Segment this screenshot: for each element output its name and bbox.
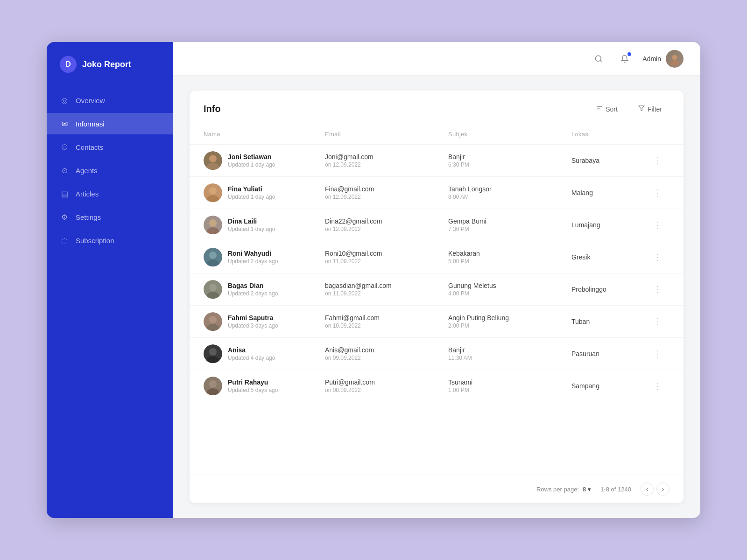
more-button-2[interactable]: ⋮ bbox=[650, 218, 666, 232]
rpp-value: 8 bbox=[583, 486, 586, 493]
svg-line-1 bbox=[600, 60, 602, 62]
cell-email-1: Fina@gmail.com on 12.09.2022 bbox=[325, 185, 448, 200]
cell-name-3: Roni Wahyudi Updated 2 days ago bbox=[204, 248, 325, 266]
row-avatar-1 bbox=[204, 183, 222, 202]
username-label: Admin bbox=[642, 55, 661, 63]
search-icon[interactable] bbox=[590, 50, 607, 67]
row-email-0: Joni@gmail.com bbox=[325, 153, 448, 161]
cell-lokasi-4: Probolinggo bbox=[571, 286, 646, 293]
row-email-date-4: on 11.09.2022 bbox=[325, 290, 448, 297]
filter-button[interactable]: Filter bbox=[631, 102, 669, 116]
more-button-5[interactable]: ⋮ bbox=[650, 315, 666, 329]
svg-point-18 bbox=[209, 252, 217, 259]
row-name-3: Roni Wahyudi bbox=[228, 250, 278, 257]
row-subjek-1: Tanah Longsor bbox=[448, 185, 571, 193]
name-block-7: Putri Rahayu Updated 5 days ago bbox=[228, 378, 278, 393]
row-time-1: 8:00 AM bbox=[448, 194, 571, 200]
info-card: Info Sort bbox=[190, 91, 684, 503]
row-subjek-4: Gunung Meletus bbox=[448, 282, 571, 289]
name-block-4: Bagas Dian Updated 2 days ago bbox=[228, 282, 278, 297]
cell-more-7: ⋮ bbox=[646, 379, 669, 393]
more-button-1[interactable]: ⋮ bbox=[650, 186, 666, 200]
card-title: Info bbox=[204, 104, 221, 114]
cell-lokasi-6: Pasuruan bbox=[571, 350, 646, 357]
sidebar-item-label-agents: Agents bbox=[76, 167, 98, 175]
cell-email-2: Dina22@gmail.com on 12.09.2022 bbox=[325, 217, 448, 232]
table-row[interactable]: Dina Laili Updated 1 day ago Dina22@gmai… bbox=[190, 209, 684, 241]
col-lokasi: Lokasi bbox=[571, 131, 646, 138]
row-email-7: Putri@gmail.com bbox=[325, 378, 448, 386]
table-row[interactable]: Joni Setiawan Updated 1 day ago Joni@gma… bbox=[190, 144, 684, 176]
row-subjek-5: Angin Puting Beliung bbox=[448, 314, 571, 322]
row-subjek-3: Kebakaran bbox=[448, 250, 571, 257]
sidebar-item-label-settings: Settings bbox=[76, 213, 101, 221]
logo-icon: D bbox=[60, 56, 77, 73]
row-time-7: 1:00 PM bbox=[448, 387, 571, 393]
pagination-info: 1-8 of 1240 bbox=[600, 486, 631, 493]
logo-text: Joko Report bbox=[82, 60, 131, 70]
rows-per-page-label: Rows per page: bbox=[536, 486, 579, 493]
table-row[interactable]: Fina Yuliati Updated 1 day ago Fina@gmai… bbox=[190, 176, 684, 209]
more-button-3[interactable]: ⋮ bbox=[650, 250, 666, 264]
cell-more-5: ⋮ bbox=[646, 315, 669, 329]
articles-icon: ▤ bbox=[60, 189, 69, 198]
informasi-icon: ✉ bbox=[60, 119, 69, 128]
sidebar-item-contacts[interactable]: ⚇ Contacts bbox=[47, 136, 173, 158]
more-button-0[interactable]: ⋮ bbox=[650, 154, 666, 168]
svg-point-21 bbox=[209, 284, 217, 291]
row-name-7: Putri Rahayu bbox=[228, 378, 278, 386]
row-updated-7: Updated 5 days ago bbox=[228, 387, 278, 393]
sidebar-item-overview[interactable]: ◎ Overview bbox=[47, 90, 173, 111]
svg-point-3 bbox=[670, 60, 679, 65]
prev-page-button[interactable]: ‹ bbox=[641, 483, 654, 496]
col-actions bbox=[646, 131, 669, 138]
more-button-7[interactable]: ⋮ bbox=[650, 379, 666, 393]
sidebar-item-informasi[interactable]: ✉ Informasi bbox=[47, 113, 173, 134]
cell-email-5: Fahmi@gmail.com on 10.09.2022 bbox=[325, 314, 448, 329]
notification-icon[interactable] bbox=[616, 50, 633, 67]
filter-label: Filter bbox=[648, 105, 662, 113]
row-email-5: Fahmi@gmail.com bbox=[325, 314, 448, 322]
cell-subjek-0: Banjir 6:30 PM bbox=[448, 153, 571, 168]
sidebar-item-articles[interactable]: ▤ Articles bbox=[47, 183, 173, 204]
svg-point-27 bbox=[209, 348, 217, 356]
cell-subjek-4: Gunung Meletus 4:00 PM bbox=[448, 282, 571, 297]
next-page-button[interactable]: › bbox=[656, 483, 669, 496]
table-row[interactable]: Anisa Updated 4 day ago Anis@gmail.com o… bbox=[190, 337, 684, 370]
cell-subjek-7: Tsunami 1:00 PM bbox=[448, 378, 571, 393]
sort-button[interactable]: Sort bbox=[589, 102, 625, 116]
sort-icon bbox=[596, 105, 603, 113]
user-menu[interactable]: Admin bbox=[642, 50, 684, 68]
table-row[interactable]: Putri Rahayu Updated 5 days ago Putri@gm… bbox=[190, 370, 684, 402]
more-button-6[interactable]: ⋮ bbox=[650, 347, 666, 361]
row-email-4: bagasdian@gmail.com bbox=[325, 282, 448, 289]
col-nama: Nama bbox=[204, 131, 325, 138]
cell-lokasi-5: Tuban bbox=[571, 318, 646, 325]
cell-lokasi-3: Gresik bbox=[571, 253, 646, 261]
row-avatar-7 bbox=[204, 377, 222, 395]
svg-point-9 bbox=[209, 155, 217, 162]
svg-point-2 bbox=[672, 55, 677, 60]
row-avatar-2 bbox=[204, 216, 222, 234]
cell-name-0: Joni Setiawan Updated 1 day ago bbox=[204, 151, 325, 170]
rows-per-page: Rows per page: 8 ▾ bbox=[536, 486, 591, 493]
svg-marker-7 bbox=[639, 106, 644, 111]
table-row[interactable]: Bagas Dian Updated 2 days ago bagasdian@… bbox=[190, 273, 684, 305]
table-row[interactable]: Roni Wahyudi Updated 2 days ago Roni10@g… bbox=[190, 241, 684, 273]
row-time-4: 4:00 PM bbox=[448, 290, 571, 297]
row-updated-3: Updated 2 days ago bbox=[228, 258, 278, 265]
row-email-2: Dina22@gmail.com bbox=[325, 217, 448, 225]
more-button-4[interactable]: ⋮ bbox=[650, 282, 666, 296]
row-email-1: Fina@gmail.com bbox=[325, 185, 448, 193]
row-email-6: Anis@gmail.com bbox=[325, 346, 448, 354]
sidebar-item-settings[interactable]: ⚙ Settings bbox=[47, 206, 173, 228]
settings-icon: ⚙ bbox=[60, 212, 69, 222]
cell-lokasi-2: Lumajang bbox=[571, 221, 646, 229]
sidebar: D Joko Report ◎ Overview ✉ Informasi ⚇ C… bbox=[47, 42, 173, 518]
table-row[interactable]: Fahmi Saputra Updated 3 days ago Fahmi@g… bbox=[190, 305, 684, 337]
rows-per-page-select[interactable]: 8 ▾ bbox=[583, 486, 591, 493]
svg-point-12 bbox=[209, 187, 217, 195]
cell-more-3: ⋮ bbox=[646, 250, 669, 264]
sidebar-item-agents[interactable]: ⊙ Agents bbox=[47, 160, 173, 181]
sidebar-item-subscription[interactable]: ◌ Subscription bbox=[47, 230, 173, 251]
